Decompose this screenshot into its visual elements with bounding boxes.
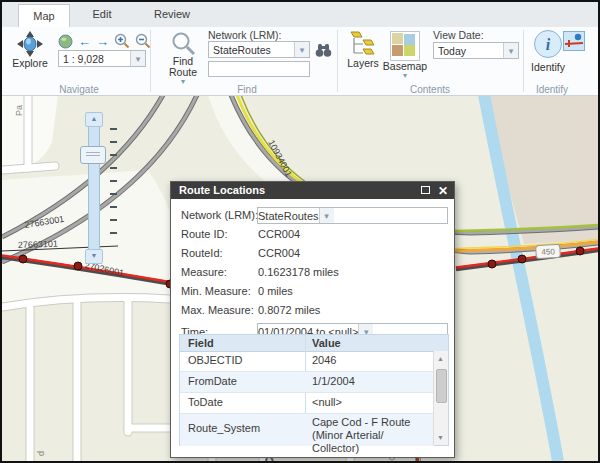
basemap-icon: [390, 31, 420, 61]
layers-label: Layers: [347, 58, 379, 69]
max-measure-value: 0.8072 miles: [258, 304, 320, 316]
cell-field: FromDate: [188, 375, 237, 387]
chevron-down-icon[interactable]: ▾: [503, 43, 518, 58]
group-separator: [337, 30, 338, 92]
slider-tick: [110, 167, 117, 169]
slider-thumb[interactable]: [80, 146, 106, 164]
slider-tick: [110, 141, 117, 143]
attributes-table: Field Value OBJECTID 2046 FromDate 1/1/2…: [179, 334, 449, 446]
cell-field: Route_System: [188, 422, 260, 434]
slider-tick: [110, 206, 117, 208]
max-measure-label: Max. Measure:: [181, 304, 254, 316]
chevron-down-icon[interactable]: ▾: [294, 42, 309, 57]
group-label-find: Find: [192, 84, 302, 95]
map-scale-combo[interactable]: 1 : 9,028 ▾: [58, 50, 146, 67]
route-id-label: Route ID:: [181, 228, 227, 240]
value-column-header: Value: [312, 337, 341, 349]
table-scrollbar[interactable]: ▲ ▼: [433, 351, 448, 445]
min-measure-label: Min. Measure:: [181, 285, 251, 297]
table-row[interactable]: OBJECTID 2046: [180, 351, 434, 372]
app-window: Map Edit Review Explore ← →: [0, 0, 600, 463]
chevron-down-icon[interactable]: ▾: [130, 51, 145, 66]
explore-button[interactable]: Explore: [8, 30, 52, 69]
cell-value: 1/1/2004: [312, 375, 430, 388]
full-extent-globe-icon[interactable]: [58, 34, 73, 49]
tab-review[interactable]: Review: [144, 2, 200, 27]
close-icon[interactable]: ✕: [438, 183, 448, 200]
measure-label: Measure:: [181, 266, 227, 278]
table-row[interactable]: ToDate <null>: [180, 393, 434, 414]
next-extent-icon[interactable]: →: [96, 34, 109, 49]
cell-field: OBJECTID: [188, 354, 242, 366]
dlg-network-label: Network (LRM):: [181, 209, 258, 221]
tab-edit[interactable]: Edit: [78, 2, 126, 27]
cell-value: 2046: [312, 354, 430, 367]
chevron-down-icon: ▾: [181, 78, 185, 86]
slider-down-icon[interactable]: ▼: [85, 249, 103, 264]
slider-tick: [110, 180, 117, 182]
table-row[interactable]: Route_System Cape Cod - F Route (Minor A…: [180, 414, 434, 446]
route-input[interactable]: [208, 61, 310, 77]
dlg-network-combo[interactable]: StateRoutes ▾: [257, 207, 448, 224]
group-label-contents: Contents: [375, 84, 485, 95]
cell-field: ToDate: [188, 396, 223, 408]
chevron-down-icon: ▾: [403, 72, 407, 80]
map-zoom-slider[interactable]: [88, 116, 100, 264]
group-label-navigate: Navigate: [24, 84, 134, 95]
view-date-value: Today: [434, 45, 503, 57]
slider-tick: [110, 193, 117, 195]
group-label-identify: Identify: [497, 84, 600, 95]
routeid-label: RouteId:: [181, 247, 223, 259]
scrollbar-thumb[interactable]: [436, 369, 447, 403]
explore-label: Explore: [12, 58, 48, 69]
basemap-button[interactable]: Basemap ▾: [384, 31, 426, 80]
group-separator: [523, 30, 524, 92]
ribbon-tab-bar: Map Edit Review: [2, 2, 598, 28]
network-lrm-value: StateRoutes: [209, 44, 294, 56]
routeid-value: CCR004: [258, 247, 300, 259]
previous-extent-icon[interactable]: ←: [78, 34, 91, 49]
chevron-down-icon[interactable]: ▾: [319, 208, 334, 223]
street-name-label: d: [36, 451, 46, 456]
zoom-in-icon[interactable]: [114, 33, 130, 49]
slider-up-icon[interactable]: ▲: [85, 112, 103, 127]
identify-route-icon: [564, 32, 584, 50]
identify-icon: i: [534, 30, 562, 58]
route-id-value: CCR004: [258, 228, 300, 240]
dialog-title-bar[interactable]: Route Locations ✕: [171, 182, 454, 199]
maximize-icon[interactable]: [421, 186, 430, 194]
route-locations-dialog: Route Locations ✕ Network (LRM): StateRo…: [170, 181, 455, 458]
binoculars-icon[interactable]: [315, 43, 332, 58]
layers-icon: [348, 31, 378, 58]
ribbon: Explore ← → 1 : 9,028 ▾ Navigate: [2, 27, 598, 96]
map-scale-value: 1 : 9,028: [59, 53, 130, 65]
route-shield: 450: [536, 244, 561, 258]
road-label: 27663101: [18, 239, 58, 250]
table-row[interactable]: FromDate 1/1/2004: [180, 372, 434, 393]
dlg-network-value: StateRoutes: [258, 210, 319, 222]
layers-button[interactable]: Layers: [344, 31, 382, 69]
find-route-magnifier-icon: [171, 31, 196, 56]
measure-value: 0.1623178 miles: [258, 266, 339, 278]
street-name-label: Pa: [14, 105, 24, 116]
find-route-button[interactable]: Find Route ▾: [162, 31, 204, 86]
zoom-out-icon[interactable]: [135, 33, 151, 49]
scroll-up-icon[interactable]: ▲: [434, 352, 447, 365]
network-lrm-label: Network (LRM):: [208, 29, 282, 41]
svg-text:450: 450: [541, 247, 555, 257]
network-lrm-combo[interactable]: StateRoutes ▾: [208, 41, 310, 58]
cell-value: <null>: [312, 396, 430, 409]
explore-icon: [16, 30, 44, 58]
identify-route-locations-tool[interactable]: [563, 31, 585, 51]
scroll-down-icon[interactable]: ▼: [434, 431, 447, 444]
field-column-header: Field: [188, 337, 214, 349]
identify-button[interactable]: i Identify: [529, 30, 567, 73]
dialog-title: Route Locations: [179, 184, 265, 196]
identify-label: Identify: [531, 62, 565, 73]
slider-tick: [110, 232, 117, 234]
slider-tick: [110, 219, 117, 221]
view-date-label: View Date:: [433, 29, 484, 41]
slider-tick: [110, 154, 117, 156]
view-date-combo[interactable]: Today ▾: [433, 42, 519, 59]
tab-map[interactable]: Map: [18, 4, 70, 29]
